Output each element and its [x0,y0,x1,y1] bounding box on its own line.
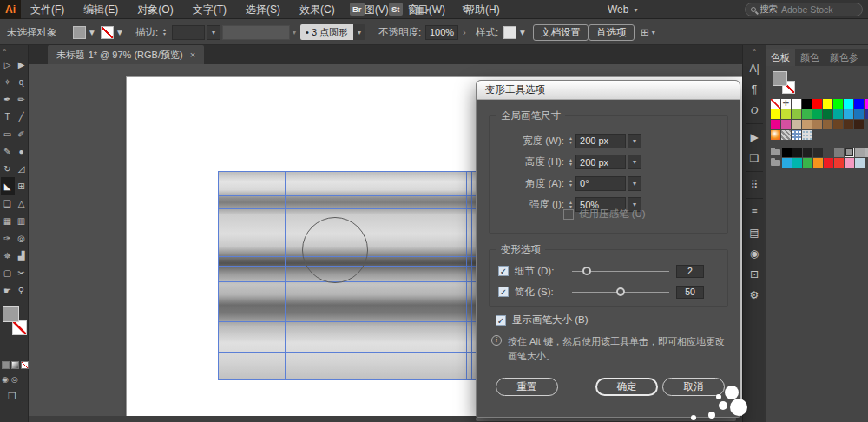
brush-preset-dropdown[interactable]: • 3 点圆形 [300,24,353,40]
guide-line[interactable] [218,171,219,380]
artboards-panel-icon[interactable]: ⠿ [743,175,766,195]
width-stepper[interactable]: ▴▾ [569,136,572,145]
swatch[interactable] [845,158,854,168]
symbol-sprayer-tool[interactable]: ✵ [1,247,15,264]
swatch[interactable] [823,120,832,129]
swatch[interactable] [802,109,812,119]
draw-normal-icon[interactable]: ◉ [2,375,9,384]
fill-proxy-swatch[interactable] [3,306,19,322]
stock-search-input[interactable]: 搜索 Adobe Stock [745,3,863,16]
swatch[interactable] [782,158,792,168]
swatch[interactable] [834,148,844,157]
swatch[interactable] [792,109,801,119]
style-swatch[interactable] [503,26,516,39]
swatches-tab-3[interactable]: 对 [864,49,868,66]
graphic-styles-panel-icon[interactable]: ⚙ [743,285,766,306]
blend-tool[interactable]: ◎ [15,229,29,247]
swatches-tab-1[interactable]: 颜色 [795,49,825,66]
swatch[interactable] [844,109,853,119]
swatch[interactable] [792,99,801,109]
bridge-icon[interactable]: Br [350,3,365,16]
opacity-expand-icon[interactable]: › [463,19,466,45]
gradient-panel-icon[interactable]: ▤ [743,222,766,243]
swatch[interactable] [802,99,812,109]
export-panel-icon[interactable]: ❏ [743,148,766,168]
swatch[interactable] [771,120,780,129]
panel-options-icon[interactable]: ⊞▾ [641,19,655,45]
show-brush-size-checkbox[interactable]: ✓ 显示画笔大小 (B) [496,313,589,326]
guide-line[interactable] [218,379,480,380]
draw-behind-icon[interactable]: ◎ [11,375,18,384]
guide-line[interactable] [218,208,480,209]
swatches-fill-stroke-proxy[interactable] [773,71,795,94]
swatch[interactable] [855,148,865,157]
simplify-checkbox[interactable]: ✓ [498,287,509,297]
stroke-proxy-swatch[interactable] [12,320,27,335]
swatch[interactable] [781,130,791,140]
curvature-tool[interactable]: ✏ [15,90,29,108]
stroke-weight-field[interactable] [172,25,205,40]
blob-brush-tool[interactable]: ● [15,142,29,160]
color-button[interactable] [2,361,10,369]
gradient-button[interactable] [11,361,19,369]
line-segment-tool[interactable]: ╱ [15,108,29,125]
swatch[interactable] [854,109,864,119]
menu-item-object[interactable]: 对象(O) [128,0,182,19]
swatch[interactable] [844,99,853,109]
transparency-panel-icon[interactable]: ◉ [743,243,766,264]
stock-icon[interactable]: St [389,3,403,16]
width-field[interactable]: 200 px [575,134,626,148]
angle-chevron-icon[interactable]: ▾ [628,176,641,191]
swatch[interactable] [803,148,812,157]
guide-line[interactable] [218,171,480,172]
slice-tool[interactable]: ✂ [15,264,29,281]
warp-tool[interactable]: ◣ [1,177,15,195]
fill-proxy-swatch[interactable] [773,71,787,86]
hand-tool[interactable]: ☛ [1,281,15,299]
swatch[interactable] [792,148,802,157]
menu-item-file[interactable]: 文件(F) [21,0,74,19]
detail-value-field[interactable]: 2 [676,265,704,278]
guide-line[interactable] [471,171,472,380]
swatch[interactable]: ✛ [781,99,791,109]
swatch[interactable] [771,130,780,140]
swatch[interactable] [823,99,832,109]
collapse-toolbar-icon[interactable]: « [3,46,6,54]
swatch[interactable] [865,109,868,119]
swatch[interactable] [833,120,843,129]
fill-chevron-icon[interactable]: ▾ [89,19,95,45]
guide-line[interactable] [218,321,480,322]
brush-preset-chevron-icon[interactable]: ▾ [353,24,365,40]
swatch[interactable] [812,99,822,109]
stroke-chevron-icon[interactable]: ▾ [117,19,122,45]
style-chevron-icon[interactable]: ▾ [520,19,525,45]
menu-item-edit[interactable]: 编辑(E) [74,0,128,19]
guide-line[interactable] [218,352,480,353]
swatch[interactable] [802,130,812,140]
swatch[interactable] [782,148,792,157]
menu-item-select[interactable]: 选择(S) [236,0,290,19]
swatch[interactable] [854,99,864,109]
swatch[interactable] [812,109,822,119]
swatch[interactable] [865,99,868,109]
cancel-button[interactable]: 取消 [662,378,725,396]
stroke-weight-stepper[interactable]: ▴▾ [163,28,166,36]
swatch[interactable] [833,109,843,119]
selection-tool[interactable]: ▶ [15,56,29,73]
mesh-tool[interactable]: ▦ [1,212,15,229]
swatch[interactable] [792,130,801,140]
gradient-tool[interactable]: ▥ [15,212,29,229]
collapse-dock-icon[interactable]: « [753,46,756,55]
swatch[interactable] [855,158,865,168]
stroke-weight-chevron-icon[interactable]: ▾ [207,25,220,40]
guide-line[interactable] [466,171,467,380]
simplify-slider-handle[interactable] [616,287,625,296]
dialog-title-bar[interactable]: 变形工具选项 [477,81,740,100]
type-tool[interactable]: T [1,108,15,125]
perspective-grid-tool[interactable]: △ [15,195,29,212]
document-tab[interactable]: 未标题-1* @ 97% (RGB/预览) × [48,45,204,64]
rectangle-tool[interactable]: ▭ [1,125,15,142]
detail-checkbox[interactable]: ✓ [498,266,509,276]
magic-wand-tool[interactable]: ✧ [1,73,15,90]
swatch[interactable] [803,158,812,168]
